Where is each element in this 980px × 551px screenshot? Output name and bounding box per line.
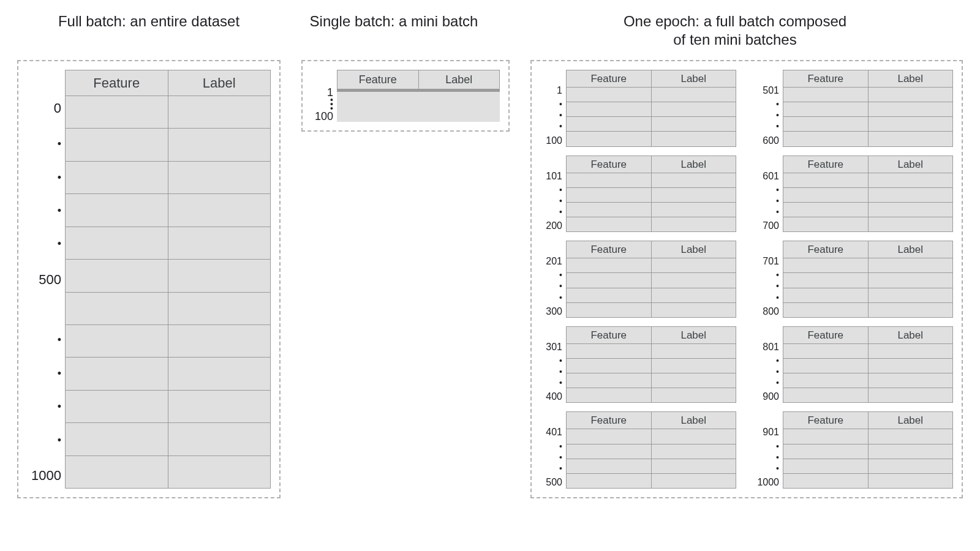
table-row	[783, 117, 953, 132]
row-index-label: 0	[24, 102, 61, 115]
col-feature: Feature	[566, 156, 651, 173]
table-row	[566, 88, 736, 102]
single-batch-table: Feature Label	[337, 70, 500, 122]
row-index-label: •	[755, 381, 779, 385]
titles-row: Full batch: an entire dataset Single bat…	[17, 12, 963, 49]
table-row	[566, 117, 736, 132]
row-index-label: 401	[538, 427, 562, 437]
table-row	[566, 303, 736, 318]
row-index-label: •	[755, 124, 779, 129]
row-index-label: 800	[755, 307, 779, 317]
col-label: Label	[651, 156, 736, 173]
mini-batch-row-labels: 401•••500	[538, 411, 562, 489]
mini-batch-block: 1•••100FeatureLabel	[538, 70, 736, 147]
col-feature: Feature	[783, 412, 868, 429]
table-row	[566, 288, 736, 303]
col-label: Label	[651, 241, 736, 258]
full-batch-table: Feature Label	[65, 70, 271, 489]
panel-epoch: 1•••100FeatureLabel501•••600FeatureLabel…	[530, 60, 963, 498]
col-feature: Feature	[337, 70, 418, 89]
table-row	[566, 373, 736, 388]
row-index-label: 600	[755, 136, 779, 146]
mini-batch-table: FeatureLabel	[566, 411, 736, 489]
table-row	[566, 203, 736, 217]
row-index-label: •	[755, 467, 779, 471]
table-row	[65, 358, 271, 390]
mini-batch-row-labels: 501•••600	[755, 70, 779, 147]
table-row	[783, 429, 953, 444]
mini-batch-block: 901•••1000FeatureLabel	[755, 411, 953, 489]
row-index-label: •	[755, 188, 779, 192]
title-single-batch: Single batch: a mini batch	[281, 12, 507, 49]
table-row	[566, 273, 736, 288]
col-label: Label	[868, 70, 953, 87]
col-feature: Feature	[566, 70, 651, 87]
mini-batch-table: FeatureLabel	[566, 70, 736, 147]
table-row	[783, 132, 953, 146]
table-row	[783, 258, 953, 273]
mini-batch-block: 101•••200FeatureLabel	[538, 156, 736, 233]
row-index-label: 501	[755, 86, 779, 96]
mini-batch-block: 701•••800FeatureLabel	[755, 241, 953, 318]
mini-batch-block: 801•••900FeatureLabel	[755, 326, 953, 403]
row-index-label: •	[755, 455, 779, 460]
row-index-label: 200	[538, 221, 562, 231]
row-index-label: •	[309, 98, 333, 102]
table-row	[65, 227, 271, 260]
row-index-label: •	[755, 210, 779, 214]
mini-batch-row-labels: 101•••200	[538, 156, 562, 233]
row-index-label: 201	[538, 257, 562, 266]
full-batch-row-labels: 0••••500••••1000	[24, 70, 61, 489]
mini-batch-block: 201•••300FeatureLabel	[538, 241, 736, 318]
table-row	[783, 203, 953, 217]
table-row	[783, 459, 953, 474]
table-row	[65, 260, 271, 292]
table-row	[783, 288, 953, 303]
table-row	[566, 102, 736, 117]
single-batch-row-labels: 1•••100	[309, 70, 333, 122]
row-index-label: •	[24, 239, 61, 248]
table-row	[783, 373, 953, 388]
table-row	[566, 474, 736, 489]
col-label: Label	[868, 156, 953, 173]
table-row	[783, 359, 953, 373]
table-row	[337, 91, 500, 92]
mini-batch-row-labels: 201•••300	[538, 241, 562, 318]
row-index-label: •	[755, 359, 779, 363]
table-row	[566, 217, 736, 232]
table-row	[783, 344, 953, 359]
mini-batch-block: 301•••400FeatureLabel	[538, 326, 736, 403]
row-index-label: •	[24, 402, 61, 411]
row-index-label: •	[538, 210, 562, 214]
panel-full-batch: 0••••500••••1000 Feature Label	[17, 60, 281, 498]
col-label: Label	[168, 70, 271, 96]
row-index-label: 700	[755, 221, 779, 231]
row-index-label: 1	[309, 87, 333, 98]
col-feature: Feature	[566, 327, 651, 343]
table-row	[783, 444, 953, 459]
row-index-label: •	[24, 140, 61, 148]
col-feature: Feature	[783, 327, 868, 343]
table-row	[566, 132, 736, 146]
row-index-label: •	[755, 102, 779, 107]
title-epoch: One epoch: a full batch composedof ten m…	[507, 12, 963, 49]
row-index-label: 601	[755, 171, 779, 181]
row-index-label: 100	[309, 111, 333, 122]
table-row	[783, 217, 953, 232]
col-label: Label	[868, 241, 953, 258]
row-index-label: •	[755, 273, 779, 277]
mini-batch-row-labels: 601•••700	[755, 156, 779, 233]
row-index-label: 101	[538, 171, 562, 181]
row-index-label: •	[538, 444, 562, 449]
mini-batch-table: FeatureLabel	[566, 326, 736, 403]
row-index-label: •	[755, 296, 779, 300]
mini-batch-row-labels: 801•••900	[755, 326, 779, 403]
row-index-label: •	[309, 102, 333, 107]
row-index-label: •	[538, 284, 562, 288]
mini-batch-block: 401•••500FeatureLabel	[538, 411, 736, 489]
row-index-label: 400	[538, 392, 562, 402]
row-index-label: 701	[755, 257, 779, 266]
col-label: Label	[651, 327, 736, 343]
table-row	[566, 188, 736, 203]
col-feature: Feature	[783, 70, 868, 87]
